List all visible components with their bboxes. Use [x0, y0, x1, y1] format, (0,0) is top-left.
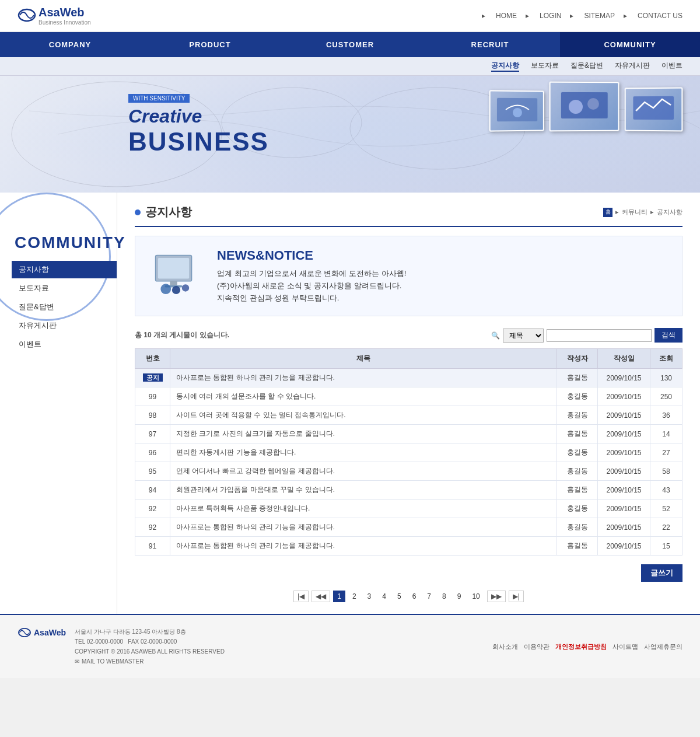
- cell-views: 58: [650, 462, 682, 481]
- page-prev[interactable]: ◀◀: [312, 591, 330, 602]
- nav-company[interactable]: COMPANY: [0, 32, 140, 57]
- cell-title[interactable]: 동시에 여러 개의 설문조사를 할 수 있습니다.: [170, 387, 557, 406]
- cell-date: 2009/10/15: [598, 443, 650, 462]
- table-row: 95언제 어디서나 빠르고 강력한 웹메일을 제공합니다.홍길동2009/10/…: [135, 462, 682, 481]
- cell-views: 36: [650, 406, 682, 425]
- write-button[interactable]: 글쓰기: [641, 564, 682, 582]
- cell-title[interactable]: 아사프로는 통합된 하나의 관리 기능을 제공합니다.: [170, 369, 557, 387]
- page-8[interactable]: 8: [438, 591, 450, 602]
- search-button[interactable]: 검색: [654, 328, 682, 343]
- svg-point-5: [513, 107, 522, 117]
- footer-links: 회사소개 이용약관 개인정보취급방침 사이트맵 사업제휴문의: [492, 642, 682, 651]
- search-input[interactable]: [547, 329, 652, 342]
- cell-date: 2009/10/15: [598, 406, 650, 425]
- page-6[interactable]: 6: [408, 591, 421, 602]
- page-5[interactable]: 5: [393, 591, 405, 602]
- sidebar-item-qna[interactable]: 질문&답변: [12, 298, 117, 316]
- nav-dot-3: ▸: [570, 12, 573, 20]
- cell-date: 2009/10/15: [598, 425, 650, 443]
- cell-num: 공지: [135, 369, 170, 387]
- page-first[interactable]: |◀: [293, 591, 309, 602]
- sidebar-link-press[interactable]: 보도자료: [12, 280, 117, 297]
- svg-point-16: [182, 284, 189, 291]
- header: AsaWeb Business Innovation ▸ HOME ▸ LOGI…: [0, 0, 700, 32]
- header-nav-sitemap[interactable]: SITEMAP: [584, 12, 615, 20]
- sidebar-item-notice[interactable]: 공지사항: [12, 261, 117, 278]
- subnav-notice[interactable]: 공지사항: [491, 61, 519, 72]
- cell-title[interactable]: 사이트 여러 곳에 적용할 수 있는 멀티 접속통계입니다.: [170, 406, 557, 425]
- footer-info: 서울시 가나구 다라동 123-45 아사빌딩 8층 TEL 02-0000-0…: [75, 627, 225, 666]
- breadcrumb-community: 커뮤니티: [622, 208, 648, 216]
- footer-link-about[interactable]: 회사소개: [492, 642, 518, 651]
- email-icon: ✉: [75, 656, 79, 666]
- nav-product[interactable]: PRODUCT: [140, 32, 280, 57]
- footer-email: ✉ MAIL TO WEBMASTER: [75, 656, 225, 666]
- sidebar-link-event[interactable]: 이벤트: [12, 336, 117, 353]
- title-bullet: [135, 209, 141, 215]
- subnav-press[interactable]: 보도자료: [531, 61, 559, 72]
- subnav-qna[interactable]: 질문&답변: [570, 61, 603, 72]
- nav-customer[interactable]: CUSTOMER: [280, 32, 420, 57]
- footer-address: 서울시 가나구 다라동 123-45 아사빌딩 8층: [75, 627, 225, 637]
- page-3[interactable]: 3: [363, 591, 376, 602]
- header-nav-contact[interactable]: CONTACT US: [638, 12, 682, 20]
- subnav-board[interactable]: 자유게시판: [615, 61, 650, 72]
- cell-date: 2009/10/15: [598, 500, 650, 518]
- sidebar-title: COMMUNITY: [15, 233, 117, 252]
- table-row: 97지정한 크기로 사진의 실크기를 자동으로 줄입니다.홍길동2009/10/…: [135, 425, 682, 443]
- cell-num: 98: [135, 406, 170, 425]
- page-last[interactable]: ▶|: [509, 591, 524, 602]
- footer-link-privacy[interactable]: 개인정보취급방침: [555, 642, 607, 651]
- sub-nav: 공지사항 보도자료 질문&답변 자유게시판 이벤트: [0, 57, 700, 76]
- svg-rect-6: [561, 92, 608, 118]
- sidebar-item-event[interactable]: 이벤트: [12, 336, 117, 353]
- breadcrumb-notice: 공지사항: [657, 208, 682, 216]
- table-row: 96편리한 자동게시판 기능을 제공합니다.홍길동2009/10/1527: [135, 443, 682, 462]
- table-row: 94회원관리에서 가입폼을 마음대로 꾸밀 수 있습니다.홍길동2009/10/…: [135, 481, 682, 500]
- header-nav-login[interactable]: LOGIN: [540, 12, 561, 20]
- nav-recruit[interactable]: RECRUIT: [420, 32, 560, 57]
- footer-copyright: COPYRIGHT © 2016 ASAWEB ALL RIGHTS RESER…: [75, 647, 225, 656]
- main-wrapper: COMMUNITY 공지사항 보도자료 질문&답변 자유게시판 이벤트: [0, 193, 700, 614]
- cell-views: 130: [650, 369, 682, 387]
- page-4[interactable]: 4: [378, 591, 390, 602]
- cell-date: 2009/10/15: [598, 481, 650, 500]
- page-7[interactable]: 7: [423, 591, 435, 602]
- notice-desc3: 지속적인 관심과 성원 부탁드립니다.: [217, 292, 406, 305]
- sidebar: COMMUNITY 공지사항 보도자료 질문&답변 자유게시판 이벤트: [0, 193, 117, 614]
- cell-title[interactable]: 언제 어디서나 빠르고 강력한 웹메일을 제공합니다.: [170, 462, 557, 481]
- sidebar-item-board[interactable]: 자유게시판: [12, 317, 117, 334]
- cell-title[interactable]: 회원관리에서 가입폼을 마음대로 꾸밀 수 있습니다.: [170, 481, 557, 500]
- nav-community[interactable]: COMMUNITY: [560, 32, 700, 57]
- cell-date: 2009/10/15: [598, 369, 650, 387]
- col-num: 번호: [135, 349, 170, 369]
- page-2[interactable]: 2: [348, 591, 360, 602]
- sidebar-link-qna[interactable]: 질문&답변: [12, 298, 117, 316]
- footer-link-terms[interactable]: 이용약관: [524, 642, 550, 651]
- cell-title[interactable]: 아사프로는 통합된 하나의 관리 기능을 제공합니다.: [170, 537, 557, 556]
- page-9[interactable]: 9: [453, 591, 466, 602]
- cell-title[interactable]: 아사프로는 통합된 하나의 관리 기능을 제공합니다.: [170, 518, 557, 537]
- logo-name: AsaWeb: [38, 6, 91, 19]
- sidebar-link-notice[interactable]: 공지사항: [12, 261, 117, 278]
- cell-author: 홍길동: [557, 518, 598, 537]
- cell-views: 14: [650, 425, 682, 443]
- page-10[interactable]: 10: [468, 591, 484, 602]
- cell-author: 홍길동: [557, 500, 598, 518]
- subnav-event[interactable]: 이벤트: [662, 61, 682, 72]
- search-select[interactable]: 제목 내용 작성자: [503, 329, 544, 343]
- total-suffix: 개의 게시물이 있습니다.: [153, 331, 229, 339]
- page-next[interactable]: ▶▶: [487, 591, 506, 602]
- sidebar-item-press[interactable]: 보도자료: [12, 280, 117, 297]
- cell-title[interactable]: 지정한 크기로 사진의 실크기를 자동으로 줄입니다.: [170, 425, 557, 443]
- pagination: |◀ ◀◀ 1 2 3 4 5 6 7 8 9 10 ▶▶ ▶|: [135, 591, 682, 602]
- hero-title2: BUSINESS: [128, 127, 269, 156]
- cell-title[interactable]: 편리한 자동게시판 기능을 제공합니다.: [170, 443, 557, 462]
- header-nav-home[interactable]: HOME: [496, 12, 517, 20]
- cell-title[interactable]: 아사프로 특허획득 사은품 증정안내입니다.: [170, 500, 557, 518]
- footer-link-sitemap[interactable]: 사이트맵: [612, 642, 638, 651]
- sidebar-link-board[interactable]: 자유게시판: [12, 317, 117, 334]
- cell-views: 250: [650, 387, 682, 406]
- page-1[interactable]: 1: [333, 591, 345, 602]
- footer-link-partner[interactable]: 사업제휴문의: [644, 642, 682, 651]
